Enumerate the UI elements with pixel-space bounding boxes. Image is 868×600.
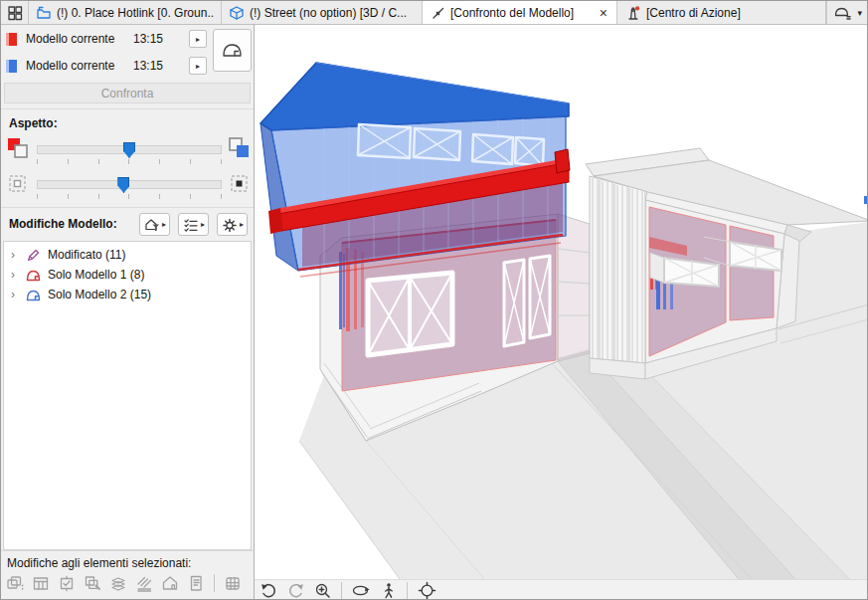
model1-time: 13:15 xyxy=(133,32,165,46)
model1-label: Modello corrente xyxy=(26,32,133,46)
zoom-in-icon xyxy=(313,581,332,600)
model2-time: 13:15 xyxy=(133,59,165,73)
filter-elements-button[interactable]: ▸ xyxy=(139,213,170,236)
divider xyxy=(407,582,408,600)
window-with-bracing xyxy=(368,273,452,355)
building-icon[interactable] xyxy=(160,573,180,593)
layers-icon[interactable] xyxy=(108,573,128,593)
model-changes-tree: › Modificato (11) › Solo Modello 1 (8) › xyxy=(3,241,252,550)
tab-label: [Confronto del Modello] xyxy=(450,6,593,20)
model-list-icon xyxy=(833,4,853,21)
fills-icon[interactable] xyxy=(134,573,154,593)
notification-dot xyxy=(635,6,639,10)
settings-button[interactable]: ▸ xyxy=(217,213,248,236)
model1-menu-button[interactable]: ▸ xyxy=(189,30,207,48)
slider-ticks xyxy=(37,194,222,199)
model2-color-swatch xyxy=(6,60,17,73)
change-id-icon[interactable] xyxy=(5,573,25,593)
expander-icon[interactable]: › xyxy=(11,268,19,282)
action-center-icon xyxy=(624,5,641,21)
divider xyxy=(214,574,215,592)
tab-place-hotlink[interactable]: (!) 0. Place Hotlink [0. Groun... xyxy=(29,1,222,24)
tab-bar-corner-button[interactable]: ▾ xyxy=(826,1,867,24)
model-row-1: Modello corrente 13:15 xyxy=(6,30,165,48)
criteria-list-icon xyxy=(182,216,200,234)
tab-label: (!) 0. Place Hotlink [0. Groun... xyxy=(57,6,214,20)
report-icon[interactable] xyxy=(186,573,206,593)
tree-item-modified[interactable]: › Modificato (11) xyxy=(4,245,251,265)
model-changes-section-label: Modifiche Modello: xyxy=(9,217,117,231)
divider xyxy=(1,207,254,208)
show-models-button[interactable] xyxy=(213,29,252,72)
compare-button-label: Confronta xyxy=(101,87,154,100)
house-model2-icon xyxy=(25,287,42,303)
tab-label: [Centro di Azione] xyxy=(646,6,818,20)
tree-item-label: Solo Modello 1 (8) xyxy=(48,268,144,282)
color-full-icon xyxy=(6,136,30,160)
color-slider-track[interactable] xyxy=(37,145,222,154)
opacity-slider-track[interactable] xyxy=(37,180,222,189)
fit-in-window-icon xyxy=(418,581,436,600)
explore-walk-icon xyxy=(379,581,398,600)
marker-check-icon[interactable] xyxy=(57,573,77,593)
menu-arrow-icon: ▸ xyxy=(240,220,244,229)
slider-ticks xyxy=(37,159,222,164)
fit-in-window-button[interactable] xyxy=(417,581,436,600)
expander-icon[interactable]: › xyxy=(11,248,19,262)
menu-arrow-icon: ▸ xyxy=(196,62,200,71)
model2-menu-button[interactable]: ▸ xyxy=(189,57,207,75)
viewport-toolbar xyxy=(255,579,867,600)
divider xyxy=(1,108,254,109)
filter-elements-icon xyxy=(143,216,161,234)
color-faded-icon xyxy=(228,136,252,160)
model-compare-icon xyxy=(430,5,445,21)
menu-arrow-icon: ▸ xyxy=(201,220,205,229)
color-slider-thumb[interactable] xyxy=(123,142,135,158)
modified-wall xyxy=(730,226,774,320)
selected-elements-footer: Modifiche agli elementi selezionati: xyxy=(1,550,254,600)
model-dome-icon xyxy=(221,40,245,61)
tab-label: (!) Street (no option) [3D / C... xyxy=(250,6,415,20)
house-model1-icon xyxy=(25,267,42,284)
explore-walk-button[interactable] xyxy=(378,581,398,600)
settings-gear-icon xyxy=(221,216,239,234)
model1-color-swatch xyxy=(6,33,17,46)
appearance-section-label: Aspetto: xyxy=(9,116,58,130)
table-grid-icon[interactable] xyxy=(223,573,243,593)
tab-overview-button[interactable] xyxy=(1,1,29,24)
compare-button[interactable]: Confronta xyxy=(4,83,251,103)
tree-item-only-model2[interactable]: › Solo Modello 2 (15) xyxy=(4,285,251,304)
opaque-icon xyxy=(228,172,252,196)
pencil-icon xyxy=(25,247,42,264)
redo-view-icon xyxy=(286,581,305,600)
tab-bar: (!) 0. Place Hotlink [0. Groun... (!) St… xyxy=(1,1,867,25)
model-comparison-scene xyxy=(255,25,867,600)
tab-model-comparison[interactable]: [Confronto del Modello] × xyxy=(423,1,617,24)
tab-street-3d[interactable]: (!) Street (no option) [3D / C... xyxy=(222,1,423,24)
orbit-button[interactable] xyxy=(351,581,371,600)
zoom-in-button[interactable] xyxy=(312,581,332,600)
tab-action-center[interactable]: [Centro di Azione] xyxy=(617,1,826,24)
close-tab-icon[interactable]: × xyxy=(598,6,609,20)
3d-viewport[interactable] xyxy=(255,25,867,600)
3d-cube-icon xyxy=(229,5,245,21)
tree-item-only-model1[interactable]: › Solo Modello 1 (8) xyxy=(4,265,251,285)
model2-label: Modello corrente xyxy=(26,59,133,73)
redo-view-button[interactable] xyxy=(285,581,305,600)
schedule-icon[interactable] xyxy=(31,573,51,593)
transfer-parameters-icon[interactable] xyxy=(83,573,102,593)
model-comparison-panel: Modello corrente 13:15 ▸ Modello corrent… xyxy=(1,25,255,600)
chevron-down-icon: ▾ xyxy=(857,8,862,18)
archicad-window: (!) 0. Place Hotlink [0. Groun... (!) St… xyxy=(0,0,868,600)
menu-arrow-icon: ▸ xyxy=(162,220,166,229)
undo-view-button[interactable] xyxy=(259,581,278,600)
undo-view-icon xyxy=(260,581,278,600)
hotlink-folder-icon xyxy=(36,5,52,21)
menu-arrow-icon: ▸ xyxy=(196,35,200,44)
footer-label: Modifiche agli elementi selezionati: xyxy=(7,556,254,570)
slat-screen-wall xyxy=(590,176,645,363)
edge-marker xyxy=(864,196,867,204)
criteria-list-button[interactable]: ▸ xyxy=(178,213,209,236)
opacity-slider-thumb[interactable] xyxy=(117,177,129,193)
expander-icon[interactable]: › xyxy=(11,288,19,301)
